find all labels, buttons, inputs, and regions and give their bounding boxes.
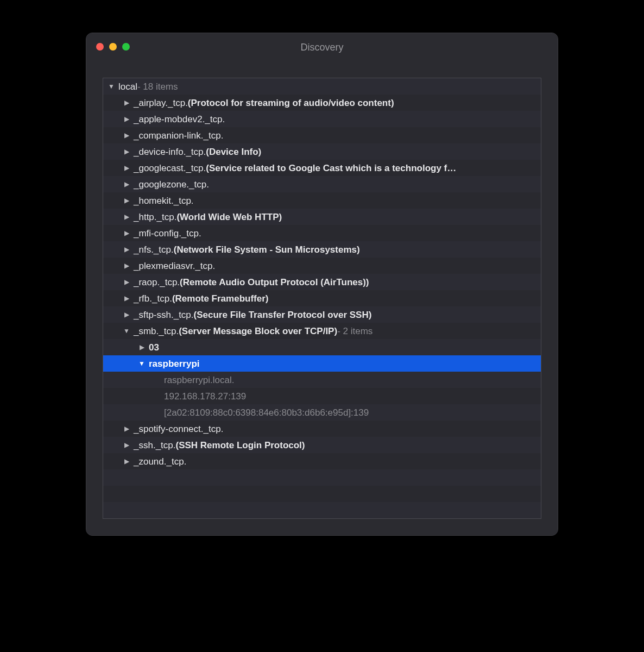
instance-name: 03 bbox=[149, 343, 159, 352]
instance-row[interactable]: ▶03 bbox=[103, 339, 541, 355]
service-name: _apple-mobdev2._tcp. bbox=[134, 115, 225, 124]
disclosure-right-icon[interactable]: ▶ bbox=[123, 230, 130, 236]
tree-root-label: local bbox=[118, 82, 137, 91]
service-row[interactable]: ▶_device-info._tcp. (Device Info) bbox=[103, 143, 541, 160]
service-row[interactable]: ▶_googlecast._tcp. (Service related to G… bbox=[103, 160, 541, 176]
service-name: _device-info._tcp. bbox=[134, 147, 206, 156]
minimize-icon[interactable] bbox=[109, 43, 117, 51]
service-description: (Remote Audio Output Protocol (AirTunes)… bbox=[180, 278, 369, 287]
service-row[interactable]: ▼_smb._tcp. (Server Message Block over T… bbox=[103, 323, 541, 339]
service-row[interactable]: ▶_zound._tcp. bbox=[103, 453, 541, 469]
discovery-window: Discovery ▼local - 18 items▶_airplay._tc… bbox=[86, 33, 558, 536]
instance-detail-row[interactable]: ▶raspberrypi.local. bbox=[103, 372, 541, 388]
service-row[interactable]: ▶_raop._tcp. (Remote Audio Output Protoc… bbox=[103, 274, 541, 290]
window-title: Discovery bbox=[300, 42, 343, 53]
disclosure-right-icon[interactable]: ▶ bbox=[123, 197, 130, 204]
service-name: _rfb._tcp. bbox=[134, 294, 172, 303]
service-tree[interactable]: ▼local - 18 items▶_airplay._tcp. (Protoc… bbox=[103, 78, 541, 519]
service-name: _homekit._tcp. bbox=[134, 196, 194, 205]
service-name: _mfi-config._tcp. bbox=[134, 229, 201, 238]
service-name: _googlecast._tcp. bbox=[134, 164, 206, 173]
instance-row[interactable]: ▼raspberrypi bbox=[103, 355, 541, 372]
instance-detail-row[interactable]: ▶[2a02:8109:88c0:6398:84e6:80b3:d6b6:e95… bbox=[103, 404, 541, 421]
disclosure-right-icon[interactable]: ▶ bbox=[123, 181, 130, 187]
instance-name: raspberrypi bbox=[149, 359, 200, 368]
service-description: (Secure File Transfer Protocol over SSH) bbox=[194, 310, 372, 319]
close-icon[interactable] bbox=[96, 43, 104, 51]
service-description: (SSH Remote Login Protocol) bbox=[176, 441, 305, 450]
disclosure-right-icon[interactable]: ▶ bbox=[123, 132, 130, 139]
service-row[interactable]: ▶_airplay._tcp. (Protocol for streaming … bbox=[103, 95, 541, 111]
service-description: (Protocol for streaming of audio/video c… bbox=[188, 98, 394, 108]
disclosure-right-icon[interactable]: ▶ bbox=[123, 214, 130, 220]
disclosure-right-icon[interactable]: ▶ bbox=[123, 458, 130, 465]
service-row[interactable]: ▶_plexmediasvr._tcp. bbox=[103, 258, 541, 274]
service-name: _smb._tcp. bbox=[134, 327, 179, 336]
tree-root[interactable]: ▼local - 18 items bbox=[103, 78, 541, 95]
disclosure-down-icon[interactable]: ▼ bbox=[123, 328, 130, 334]
content-area: ▼local - 18 items▶_airplay._tcp. (Protoc… bbox=[86, 61, 558, 535]
service-row[interactable]: ▶_http._tcp. (World Wide Web HTTP) bbox=[103, 209, 541, 225]
service-row[interactable]: ▶_companion-link._tcp. bbox=[103, 127, 541, 143]
service-name: _nfs._tcp. bbox=[134, 245, 174, 254]
service-row[interactable]: ▶_ssh._tcp. (SSH Remote Login Protocol) bbox=[103, 437, 541, 453]
service-row[interactable]: ▶_googlezone._tcp. bbox=[103, 176, 541, 192]
instance-detail: raspberrypi.local. bbox=[164, 375, 234, 385]
service-row[interactable]: ▶_spotify-connect._tcp. bbox=[103, 421, 541, 437]
disclosure-right-icon[interactable]: ▶ bbox=[123, 262, 130, 269]
service-name: _plexmediasvr._tcp. bbox=[134, 261, 215, 271]
service-name: _googlezone._tcp. bbox=[134, 180, 209, 189]
service-name: _zound._tcp. bbox=[134, 457, 186, 466]
disclosure-right-icon[interactable]: ▶ bbox=[123, 116, 130, 122]
instance-detail-row[interactable]: ▶192.168.178.27:139 bbox=[103, 388, 541, 404]
instance-detail: [2a02:8109:88c0:6398:84e6:80b3:d6b6:e95d… bbox=[164, 408, 369, 417]
instance-detail: 192.168.178.27:139 bbox=[164, 392, 246, 401]
service-count: - 2 items bbox=[337, 327, 372, 336]
service-row[interactable]: ▶_sftp-ssh._tcp. (Secure File Transfer P… bbox=[103, 306, 541, 323]
service-name: _spotify-connect._tcp. bbox=[134, 424, 223, 434]
service-row[interactable]: ▶_mfi-config._tcp. bbox=[103, 225, 541, 241]
disclosure-right-icon[interactable]: ▶ bbox=[138, 344, 146, 350]
disclosure-right-icon[interactable]: ▶ bbox=[123, 295, 130, 302]
titlebar[interactable]: Discovery bbox=[86, 33, 558, 61]
tree-root-count: - 18 items bbox=[137, 82, 178, 91]
service-row[interactable]: ▶_rfb._tcp. (Remote Framebuffer) bbox=[103, 290, 541, 306]
disclosure-right-icon[interactable]: ▶ bbox=[123, 442, 130, 448]
disclosure-right-icon[interactable]: ▶ bbox=[123, 165, 130, 171]
zoom-icon[interactable] bbox=[122, 43, 130, 51]
disclosure-right-icon[interactable]: ▶ bbox=[123, 311, 130, 318]
service-description: (Service related to Google Cast which is… bbox=[206, 164, 456, 173]
service-description: (Server Message Block over TCP/IP) bbox=[179, 327, 337, 336]
service-description: (Device Info) bbox=[206, 147, 261, 156]
service-row[interactable]: ▶_apple-mobdev2._tcp. bbox=[103, 111, 541, 127]
service-description: (Network File System - Sun Microsystems) bbox=[174, 245, 360, 254]
service-row[interactable]: ▶_homekit._tcp. bbox=[103, 192, 541, 209]
disclosure-right-icon[interactable]: ▶ bbox=[123, 99, 130, 106]
service-name: _companion-link._tcp. bbox=[134, 131, 223, 140]
service-name: _raop._tcp. bbox=[134, 278, 180, 287]
disclosure-right-icon[interactable]: ▶ bbox=[123, 148, 130, 155]
disclosure-right-icon[interactable]: ▶ bbox=[123, 425, 130, 432]
disclosure-down-icon[interactable]: ▼ bbox=[108, 83, 115, 90]
disclosure-right-icon[interactable]: ▶ bbox=[123, 246, 130, 253]
service-row[interactable]: ▶_nfs._tcp. (Network File System - Sun M… bbox=[103, 241, 541, 258]
empty-row bbox=[103, 486, 541, 502]
window-controls bbox=[96, 43, 130, 51]
disclosure-down-icon[interactable]: ▼ bbox=[138, 360, 146, 367]
empty-row bbox=[103, 502, 541, 518]
disclosure-right-icon[interactable]: ▶ bbox=[123, 279, 130, 285]
service-name: _ssh._tcp. bbox=[134, 441, 176, 450]
service-name: _airplay._tcp. bbox=[134, 98, 188, 108]
service-name: _sftp-ssh._tcp. bbox=[134, 310, 194, 319]
service-name: _http._tcp. bbox=[134, 212, 176, 222]
service-description: (Remote Framebuffer) bbox=[172, 294, 269, 303]
service-description: (World Wide Web HTTP) bbox=[176, 212, 282, 222]
empty-row bbox=[103, 469, 541, 486]
